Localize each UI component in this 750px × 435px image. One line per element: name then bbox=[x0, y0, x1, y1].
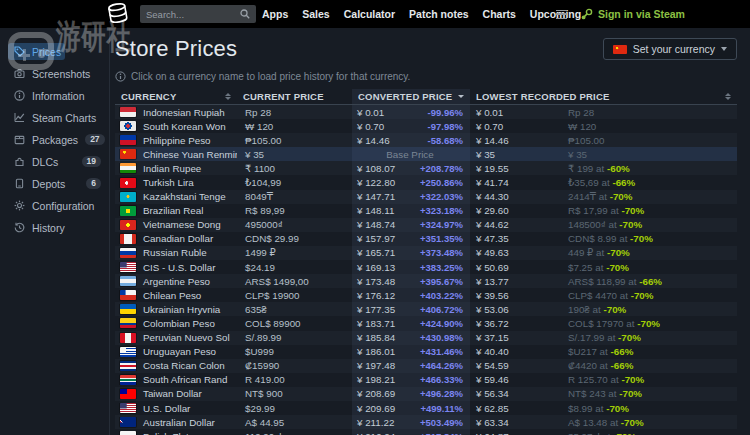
price-difference-percent: +496.28% bbox=[420, 388, 463, 399]
nav-links: Apps Sales Calculator Patch notes Charts… bbox=[262, 0, 581, 28]
table-row: Brazilian RealR$ 89,99¥ 148.11+323.18%¥ … bbox=[115, 204, 737, 218]
table-row: Indonesian RupiahRp 28¥ 0.01-99.96%¥ 0.0… bbox=[115, 105, 737, 119]
currency-name-link[interactable]: Vietnamese Dong bbox=[143, 219, 221, 230]
currency-name-link[interactable]: CIS - U.S. Dollar bbox=[143, 262, 215, 273]
price-difference-percent: -97.98% bbox=[428, 121, 463, 132]
converted-price-cell: ¥ 165.71+373.48% bbox=[352, 246, 470, 260]
sidebar-item-depots[interactable]: Depots 6 bbox=[8, 175, 105, 192]
price-difference-percent: +208.78% bbox=[420, 163, 463, 174]
currency-name-link[interactable]: Polish Zloty bbox=[143, 431, 194, 435]
current-price: CDN$ 29.99 bbox=[237, 233, 352, 244]
nav-link-patch-notes[interactable]: Patch notes bbox=[409, 8, 469, 20]
currency-name-link[interactable]: Costa Rican Colon bbox=[143, 360, 225, 371]
currency-name-link[interactable]: Philippine Peso bbox=[143, 135, 211, 146]
currency-name-link[interactable]: South Korean Won bbox=[143, 121, 226, 132]
sidebar-item-packages[interactable]: Packages 27 bbox=[8, 131, 105, 148]
currency-name-link[interactable]: Brazilian Real bbox=[143, 205, 203, 216]
currency-name-link[interactable]: Kazakhstani Tenge bbox=[143, 191, 226, 202]
nav-link-sales[interactable]: Sales bbox=[302, 8, 329, 20]
converted-price: ¥ 148.11 bbox=[357, 205, 394, 216]
currency-name-link[interactable]: Colombian Peso bbox=[143, 318, 215, 329]
country-flag-icon bbox=[120, 318, 136, 328]
currency-name-link[interactable]: U.S. Dollar bbox=[143, 403, 190, 414]
currency-name-link[interactable]: Taiwan Dollar bbox=[143, 388, 202, 399]
lowest-converted-price: ¥ 53.06 bbox=[470, 304, 560, 315]
currency-name-link[interactable]: Argentine Peso bbox=[143, 276, 210, 287]
sidebar-item-screenshots[interactable]: Screenshots bbox=[8, 65, 105, 82]
discount-percent: -70% bbox=[603, 304, 626, 315]
converted-price-cell: ¥ 148.74+324.97% bbox=[352, 218, 470, 232]
currency-cell: Australian Dollar bbox=[115, 417, 237, 428]
lowest-original-price: S/.17.99 at -70% bbox=[560, 332, 737, 343]
converted-price-cell: ¥ 198.21+466.33% bbox=[352, 373, 470, 387]
currency-cell: CIS - U.S. Dollar bbox=[115, 262, 237, 273]
lowest-original-price: 190₴ at -70% bbox=[560, 304, 737, 315]
currency-name-link[interactable]: South African Rand bbox=[143, 374, 227, 385]
nav-link-calculator[interactable]: Calculator bbox=[344, 8, 395, 20]
dlcs-count-badge: 19 bbox=[82, 156, 101, 168]
menu-icon[interactable] bbox=[556, 10, 567, 19]
discount-percent: -70% bbox=[606, 403, 629, 414]
table-row: Chinese Yuan Renminbi¥ 35Base Price¥ 35¥… bbox=[115, 147, 737, 161]
currency-cell: Philippine Peso bbox=[115, 135, 237, 146]
currency-name-link[interactable]: Chinese Yuan Renminbi bbox=[143, 149, 237, 160]
price-difference-percent: +373.48% bbox=[420, 247, 463, 258]
converted-price-cell: ¥ 197.48+464.26% bbox=[352, 359, 470, 373]
currency-name-link[interactable]: Indian Rupee bbox=[143, 163, 201, 174]
table-row: U.S. Dollar$29.99¥ 209.69+499.11%¥ 62.85… bbox=[115, 401, 737, 415]
current-price: A$ 44.95 bbox=[237, 417, 352, 428]
converted-price: ¥ 198.21 bbox=[357, 374, 395, 385]
table-row: South African RandR 419.00¥ 198.21+466.3… bbox=[115, 373, 737, 387]
lowest-original-price: 2414₸ at -70% bbox=[560, 191, 737, 202]
currency-name-link[interactable]: Canadian Dollar bbox=[143, 233, 213, 244]
currency-name-link[interactable]: Australian Dollar bbox=[143, 417, 215, 428]
country-flag-icon bbox=[120, 417, 136, 427]
current-price: 1499 ₽ bbox=[237, 247, 352, 258]
set-currency-button[interactable]: Set your currency bbox=[603, 38, 737, 60]
sidebar-item-steam-charts[interactable]: Steam Charts bbox=[8, 109, 105, 126]
currency-cell: Chinese Yuan Renminbi bbox=[115, 149, 237, 160]
currency-name-link[interactable]: Uruguayan Peso bbox=[143, 346, 216, 357]
header-converted-price[interactable]: CONVERTED PRICE bbox=[352, 89, 470, 104]
currency-name-link[interactable]: Russian Ruble bbox=[143, 247, 207, 258]
currency-name-link[interactable]: Chilean Peso bbox=[143, 290, 201, 301]
nav-link-apps[interactable]: Apps bbox=[262, 8, 288, 20]
price-difference-percent: +517.84% bbox=[420, 431, 463, 435]
table-row: Australian DollarA$ 44.95¥ 211.22+503.49… bbox=[115, 415, 737, 429]
search-box[interactable] bbox=[140, 5, 256, 23]
discount-percent: -70% bbox=[607, 247, 630, 258]
lowest-converted-price: ¥ 41.74 bbox=[470, 177, 560, 188]
discount-percent: -66% bbox=[610, 360, 633, 371]
sidebar-item-history[interactable]: History bbox=[8, 219, 105, 236]
currency-name-link[interactable]: Peruvian Nuevo Sol bbox=[143, 332, 230, 343]
table-row: CIS - U.S. Dollar$24.19¥ 169.13+383.25%¥… bbox=[115, 260, 737, 274]
country-flag-icon bbox=[120, 234, 136, 244]
sidebar-item-prices[interactable]: Prices bbox=[8, 43, 65, 60]
sign-in-button[interactable]: Sign in via Steam bbox=[580, 8, 685, 21]
converted-price: ¥ 14.46 bbox=[357, 135, 390, 146]
currency-name-link[interactable]: Indonesian Rupiah bbox=[143, 107, 225, 118]
sidebar-item-dlcs[interactable]: DLCs 19 bbox=[8, 153, 105, 170]
currency-name-link[interactable]: Ukrainian Hryvnia bbox=[143, 304, 220, 315]
currency-name-link[interactable]: Turkish Lira bbox=[143, 177, 194, 188]
sidebar-item-information[interactable]: Information bbox=[8, 87, 105, 104]
lowest-converted-price: ¥ 56.34 bbox=[470, 388, 560, 399]
search-input[interactable] bbox=[146, 9, 240, 20]
table-row: Chilean PesoCLP$ 19900¥ 176.12+403.22%¥ … bbox=[115, 288, 737, 302]
price-difference-percent: +431.46% bbox=[420, 346, 463, 357]
price-difference-percent: -99.96% bbox=[428, 107, 463, 118]
price-difference-percent: +351.35% bbox=[420, 233, 463, 244]
lowest-original-price: ¥ 35 bbox=[560, 149, 737, 160]
header-currency[interactable]: CURRENCY bbox=[115, 89, 237, 104]
table-row: Kazakhstani Tenge8049₸¥ 147.71+322.03%¥ … bbox=[115, 190, 737, 204]
country-flag-icon bbox=[120, 135, 136, 145]
current-price: COL$ 89900 bbox=[237, 318, 352, 329]
header-current-price[interactable]: CURRENT PRICE bbox=[237, 89, 352, 104]
header-lowest-price[interactable]: LOWEST RECORDED PRICE bbox=[470, 89, 737, 104]
price-difference-percent: +499.11% bbox=[420, 403, 463, 414]
steamdb-logo-icon[interactable] bbox=[107, 2, 129, 26]
sidebar-item-configuration[interactable]: Configuration bbox=[8, 197, 105, 214]
nav-link-charts[interactable]: Charts bbox=[483, 8, 516, 20]
china-flag-icon bbox=[613, 45, 627, 54]
lowest-converted-price: ¥ 54.59 bbox=[470, 360, 560, 371]
